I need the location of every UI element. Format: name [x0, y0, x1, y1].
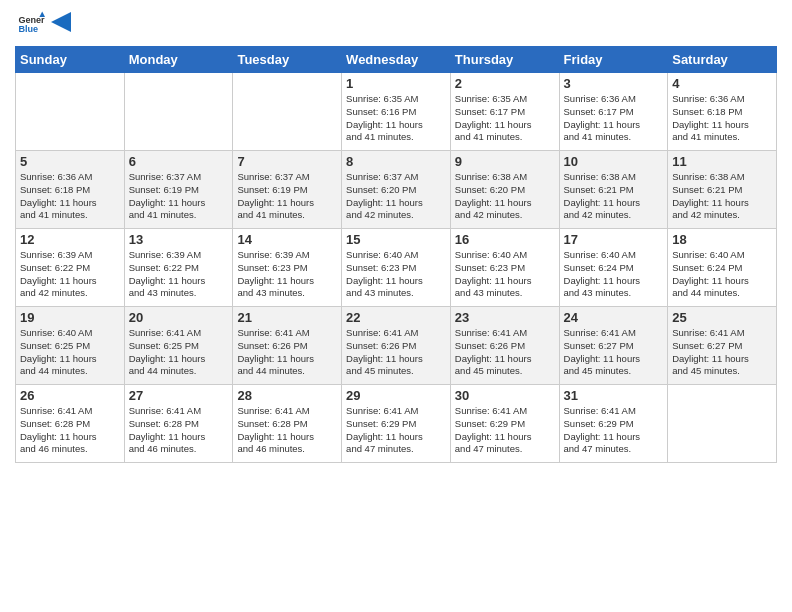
calendar-week-row: 26Sunrise: 6:41 AM Sunset: 6:28 PM Dayli…: [16, 385, 777, 463]
day-number: 23: [455, 310, 555, 325]
calendar-day-header: Thursday: [450, 47, 559, 73]
calendar-day-header: Sunday: [16, 47, 125, 73]
calendar-day-cell: 1Sunrise: 6:35 AM Sunset: 6:16 PM Daylig…: [342, 73, 451, 151]
calendar-day-cell: 31Sunrise: 6:41 AM Sunset: 6:29 PM Dayli…: [559, 385, 668, 463]
day-info: Sunrise: 6:41 AM Sunset: 6:29 PM Dayligh…: [564, 405, 664, 456]
day-number: 6: [129, 154, 229, 169]
svg-marker-3: [51, 12, 71, 32]
calendar-day-cell: 26Sunrise: 6:41 AM Sunset: 6:28 PM Dayli…: [16, 385, 125, 463]
day-info: Sunrise: 6:41 AM Sunset: 6:29 PM Dayligh…: [346, 405, 446, 456]
day-number: 11: [672, 154, 772, 169]
calendar-day-cell: 17Sunrise: 6:40 AM Sunset: 6:24 PM Dayli…: [559, 229, 668, 307]
day-info: Sunrise: 6:36 AM Sunset: 6:18 PM Dayligh…: [20, 171, 120, 222]
calendar-day-cell: 5Sunrise: 6:36 AM Sunset: 6:18 PM Daylig…: [16, 151, 125, 229]
calendar-day-cell: 28Sunrise: 6:41 AM Sunset: 6:28 PM Dayli…: [233, 385, 342, 463]
day-number: 16: [455, 232, 555, 247]
day-info: Sunrise: 6:37 AM Sunset: 6:20 PM Dayligh…: [346, 171, 446, 222]
day-info: Sunrise: 6:39 AM Sunset: 6:23 PM Dayligh…: [237, 249, 337, 300]
day-number: 15: [346, 232, 446, 247]
calendar-day-cell: [124, 73, 233, 151]
day-number: 31: [564, 388, 664, 403]
calendar-day-cell: 12Sunrise: 6:39 AM Sunset: 6:22 PM Dayli…: [16, 229, 125, 307]
calendar-day-cell: 23Sunrise: 6:41 AM Sunset: 6:26 PM Dayli…: [450, 307, 559, 385]
calendar-day-cell: 6Sunrise: 6:37 AM Sunset: 6:19 PM Daylig…: [124, 151, 233, 229]
day-info: Sunrise: 6:41 AM Sunset: 6:28 PM Dayligh…: [20, 405, 120, 456]
day-number: 30: [455, 388, 555, 403]
day-number: 18: [672, 232, 772, 247]
day-info: Sunrise: 6:37 AM Sunset: 6:19 PM Dayligh…: [237, 171, 337, 222]
day-info: Sunrise: 6:40 AM Sunset: 6:23 PM Dayligh…: [346, 249, 446, 300]
calendar-day-header: Friday: [559, 47, 668, 73]
day-info: Sunrise: 6:39 AM Sunset: 6:22 PM Dayligh…: [129, 249, 229, 300]
calendar-day-cell: 27Sunrise: 6:41 AM Sunset: 6:28 PM Dayli…: [124, 385, 233, 463]
calendar-day-cell: 30Sunrise: 6:41 AM Sunset: 6:29 PM Dayli…: [450, 385, 559, 463]
day-info: Sunrise: 6:39 AM Sunset: 6:22 PM Dayligh…: [20, 249, 120, 300]
day-info: Sunrise: 6:40 AM Sunset: 6:25 PM Dayligh…: [20, 327, 120, 378]
logo: General Blue: [15, 10, 71, 38]
day-number: 26: [20, 388, 120, 403]
logo-triangle-icon: [51, 12, 71, 32]
day-number: 4: [672, 76, 772, 91]
calendar-day-cell: 4Sunrise: 6:36 AM Sunset: 6:18 PM Daylig…: [668, 73, 777, 151]
calendar-day-cell: 20Sunrise: 6:41 AM Sunset: 6:25 PM Dayli…: [124, 307, 233, 385]
day-info: Sunrise: 6:35 AM Sunset: 6:17 PM Dayligh…: [455, 93, 555, 144]
day-info: Sunrise: 6:41 AM Sunset: 6:25 PM Dayligh…: [129, 327, 229, 378]
day-info: Sunrise: 6:37 AM Sunset: 6:19 PM Dayligh…: [129, 171, 229, 222]
calendar-day-cell: 25Sunrise: 6:41 AM Sunset: 6:27 PM Dayli…: [668, 307, 777, 385]
day-info: Sunrise: 6:36 AM Sunset: 6:17 PM Dayligh…: [564, 93, 664, 144]
day-info: Sunrise: 6:41 AM Sunset: 6:29 PM Dayligh…: [455, 405, 555, 456]
day-number: 3: [564, 76, 664, 91]
calendar-week-row: 1Sunrise: 6:35 AM Sunset: 6:16 PM Daylig…: [16, 73, 777, 151]
calendar-day-cell: 10Sunrise: 6:38 AM Sunset: 6:21 PM Dayli…: [559, 151, 668, 229]
day-number: 13: [129, 232, 229, 247]
calendar-day-cell: 3Sunrise: 6:36 AM Sunset: 6:17 PM Daylig…: [559, 73, 668, 151]
day-number: 19: [20, 310, 120, 325]
calendar-day-cell: 9Sunrise: 6:38 AM Sunset: 6:20 PM Daylig…: [450, 151, 559, 229]
calendar-week-row: 12Sunrise: 6:39 AM Sunset: 6:22 PM Dayli…: [16, 229, 777, 307]
day-info: Sunrise: 6:40 AM Sunset: 6:24 PM Dayligh…: [564, 249, 664, 300]
day-number: 2: [455, 76, 555, 91]
calendar-week-row: 5Sunrise: 6:36 AM Sunset: 6:18 PM Daylig…: [16, 151, 777, 229]
day-number: 27: [129, 388, 229, 403]
day-info: Sunrise: 6:41 AM Sunset: 6:26 PM Dayligh…: [455, 327, 555, 378]
day-number: 7: [237, 154, 337, 169]
day-number: 10: [564, 154, 664, 169]
day-info: Sunrise: 6:41 AM Sunset: 6:26 PM Dayligh…: [237, 327, 337, 378]
day-info: Sunrise: 6:41 AM Sunset: 6:27 PM Dayligh…: [564, 327, 664, 378]
day-number: 20: [129, 310, 229, 325]
day-number: 5: [20, 154, 120, 169]
day-number: 9: [455, 154, 555, 169]
calendar-day-header: Saturday: [668, 47, 777, 73]
calendar-day-header: Wednesday: [342, 47, 451, 73]
calendar-day-cell: [233, 73, 342, 151]
calendar-day-cell: 29Sunrise: 6:41 AM Sunset: 6:29 PM Dayli…: [342, 385, 451, 463]
logo-icon: General Blue: [17, 10, 45, 38]
day-number: 29: [346, 388, 446, 403]
day-info: Sunrise: 6:38 AM Sunset: 6:21 PM Dayligh…: [672, 171, 772, 222]
day-info: Sunrise: 6:41 AM Sunset: 6:27 PM Dayligh…: [672, 327, 772, 378]
day-number: 28: [237, 388, 337, 403]
calendar-day-header: Tuesday: [233, 47, 342, 73]
header: General Blue: [15, 10, 777, 38]
day-number: 8: [346, 154, 446, 169]
calendar-day-cell: 8Sunrise: 6:37 AM Sunset: 6:20 PM Daylig…: [342, 151, 451, 229]
calendar-day-cell: 18Sunrise: 6:40 AM Sunset: 6:24 PM Dayli…: [668, 229, 777, 307]
calendar-header-row: SundayMondayTuesdayWednesdayThursdayFrid…: [16, 47, 777, 73]
calendar-day-cell: 21Sunrise: 6:41 AM Sunset: 6:26 PM Dayli…: [233, 307, 342, 385]
day-number: 22: [346, 310, 446, 325]
day-number: 25: [672, 310, 772, 325]
day-info: Sunrise: 6:41 AM Sunset: 6:28 PM Dayligh…: [237, 405, 337, 456]
page: General Blue SundayMondayTuesdayWednesda…: [0, 0, 792, 612]
day-info: Sunrise: 6:38 AM Sunset: 6:20 PM Dayligh…: [455, 171, 555, 222]
calendar-day-cell: [668, 385, 777, 463]
day-info: Sunrise: 6:41 AM Sunset: 6:26 PM Dayligh…: [346, 327, 446, 378]
day-number: 24: [564, 310, 664, 325]
calendar-day-cell: 24Sunrise: 6:41 AM Sunset: 6:27 PM Dayli…: [559, 307, 668, 385]
day-number: 17: [564, 232, 664, 247]
day-number: 14: [237, 232, 337, 247]
calendar-day-cell: 2Sunrise: 6:35 AM Sunset: 6:17 PM Daylig…: [450, 73, 559, 151]
calendar-day-cell: [16, 73, 125, 151]
calendar-week-row: 19Sunrise: 6:40 AM Sunset: 6:25 PM Dayli…: [16, 307, 777, 385]
calendar-day-header: Monday: [124, 47, 233, 73]
day-info: Sunrise: 6:40 AM Sunset: 6:24 PM Dayligh…: [672, 249, 772, 300]
